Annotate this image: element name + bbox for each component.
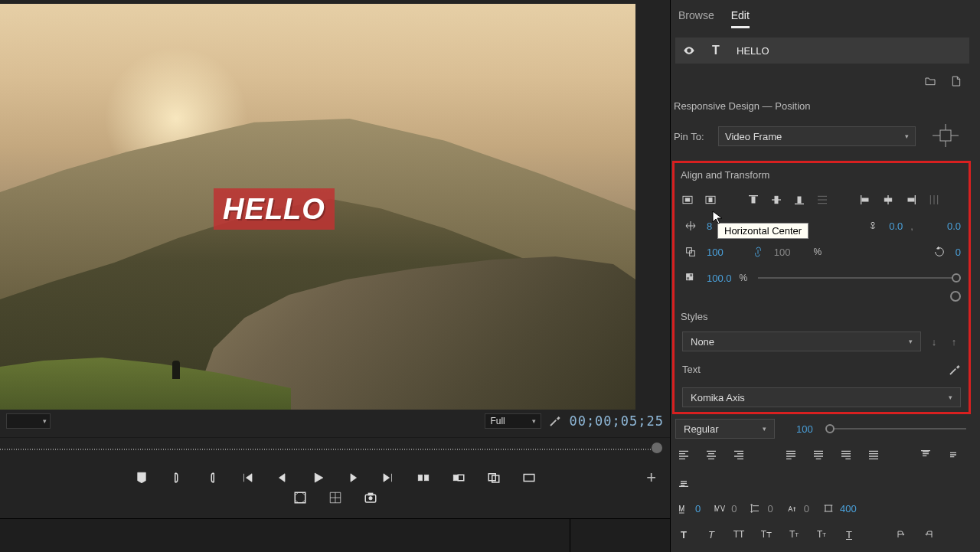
justify-last-left-button[interactable] [782, 446, 799, 463]
svg-rect-2 [453, 475, 458, 481]
opacity-icon [682, 269, 699, 286]
scale-icon [682, 243, 699, 260]
subscript-button[interactable]: TT [813, 526, 830, 543]
align-bottom-button[interactable] [791, 191, 808, 208]
justify-last-center-button[interactable] [810, 446, 827, 463]
distribute-vertical-button [814, 191, 831, 208]
font-weight-dropdown[interactable]: Regular▾ [675, 419, 775, 439]
visibility-eye-icon[interactable] [683, 44, 695, 57]
underline-button[interactable]: T [841, 526, 858, 543]
faux-bold-button[interactable]: T [675, 526, 692, 543]
add-marker-button[interactable] [134, 470, 149, 485]
font-size-value[interactable]: 100 [796, 423, 813, 435]
scale-link-icon[interactable] [750, 243, 766, 260]
settings-wrench-icon[interactable] [549, 415, 561, 427]
align-top-button[interactable] [745, 191, 762, 208]
button-editor-add[interactable]: + [646, 468, 656, 488]
snapshot-button[interactable] [363, 490, 378, 505]
program-timecode[interactable]: 00;00;05;25 [569, 413, 664, 429]
go-to-in-button[interactable] [240, 470, 255, 485]
align-to-video-frame-button[interactable] [679, 191, 696, 208]
mark-in-button[interactable] [169, 470, 185, 485]
tracking-value[interactable]: 0 [695, 503, 701, 514]
tooltip-horizontal-center: Horizontal Center [717, 223, 808, 239]
step-forward-button[interactable] [345, 470, 361, 485]
justify-all-button[interactable] [865, 446, 882, 463]
tsume-value[interactable]: 400 [840, 503, 857, 514]
pin-edges-widget[interactable] [923, 121, 968, 152]
align-right-button[interactable] [903, 191, 920, 208]
svg-point-9 [368, 497, 372, 501]
opacity-slider[interactable] [758, 277, 958, 279]
justify-last-right-button[interactable] [838, 446, 854, 463]
vertical-align-top-button[interactable] [917, 446, 934, 463]
svg-rect-1 [424, 475, 428, 481]
vertical-align-middle-button[interactable] [945, 446, 962, 463]
new-folder-icon[interactable] [922, 73, 939, 90]
svg-rect-21 [752, 197, 755, 203]
kerning-icon [711, 500, 728, 517]
scale-width-value[interactable]: 100 [707, 247, 724, 258]
ltr-text-button[interactable] [893, 526, 910, 543]
text-graphic-hello[interactable]: HELLO [214, 188, 335, 230]
svg-rect-10 [368, 493, 373, 495]
text-align-right-button[interactable] [730, 446, 747, 463]
distribute-horizontal-button [926, 191, 942, 208]
insert-button[interactable] [416, 470, 431, 485]
align-transform-header: Align and Transform [678, 168, 965, 187]
pin-to-dropdown[interactable]: Video Frame▾ [718, 126, 916, 146]
safe-margins-button[interactable] [292, 490, 308, 505]
text-settings-icon[interactable] [949, 364, 961, 376]
text-layer-row[interactable]: T HELLO [675, 38, 969, 64]
font-family-dropdown[interactable]: Komika Axis▾ [682, 387, 961, 407]
go-to-out-button[interactable] [381, 470, 396, 485]
text-align-center-button[interactable] [703, 446, 720, 463]
small-caps-button[interactable]: Tᴛ [758, 526, 775, 543]
baseline-value[interactable]: 0 [804, 503, 809, 514]
horizontal-center-button[interactable] [702, 191, 719, 208]
styles-dropdown[interactable]: None▾ [682, 332, 921, 351]
superscript-button[interactable]: TT [786, 526, 802, 543]
play-button[interactable] [310, 470, 325, 485]
faux-italic-button[interactable]: T [703, 526, 720, 543]
styles-header: Styles [678, 306, 965, 328]
align-vcenter-button[interactable] [768, 191, 785, 208]
vertical-align-bottom-button[interactable] [675, 474, 692, 491]
anchor-x-value[interactable]: 0.0 [889, 220, 903, 232]
viewport-canvas[interactable]: HELLO [0, 4, 635, 410]
leading-value[interactable]: 0 [767, 503, 773, 514]
zoom-level-dropdown[interactable]: ▾ [6, 413, 51, 429]
rtl-text-button[interactable] [920, 526, 937, 543]
rotation-icon [931, 243, 948, 260]
animation-toggle[interactable] [950, 291, 961, 302]
baseline-shift-icon [784, 500, 801, 517]
scale-height-value[interactable]: 100 [774, 247, 791, 258]
tab-edit[interactable]: Edit [731, 9, 750, 28]
align-left-button[interactable] [857, 191, 874, 208]
new-layer-icon[interactable] [948, 73, 965, 90]
tab-browse[interactable]: Browse [678, 9, 714, 28]
style-push-up-icon[interactable]: ↑ [947, 335, 961, 348]
playhead-knob[interactable] [652, 443, 662, 453]
essential-graphics-panel: Browse Edit T HELLO Responsive Design — … [670, 0, 980, 552]
rotation-value[interactable]: 0 [956, 247, 961, 258]
export-frame-button[interactable] [486, 470, 501, 485]
resolution-dropdown[interactable]: Full▾ [485, 413, 541, 429]
mark-out-button[interactable] [204, 470, 220, 485]
font-size-slider[interactable] [827, 428, 966, 430]
kerning-value[interactable]: 0 [731, 503, 737, 514]
playback-ruler[interactable] [0, 437, 670, 460]
step-back-button[interactable] [275, 470, 290, 485]
comparison-view-button[interactable] [521, 470, 537, 485]
align-hcenter-button[interactable] [880, 191, 897, 208]
svg-rect-43 [687, 277, 690, 280]
all-caps-button[interactable]: TT [730, 526, 747, 543]
proportional-grid-button[interactable] [328, 490, 343, 505]
svg-rect-44 [690, 274, 693, 277]
style-push-down-icon[interactable]: ↓ [927, 335, 941, 348]
anchor-y-value[interactable]: 0.0 [947, 220, 961, 232]
opacity-unit: % [740, 273, 748, 283]
text-align-left-button[interactable] [675, 446, 692, 463]
opacity-value[interactable]: 100.0 [707, 273, 732, 284]
overwrite-button[interactable] [451, 470, 466, 485]
